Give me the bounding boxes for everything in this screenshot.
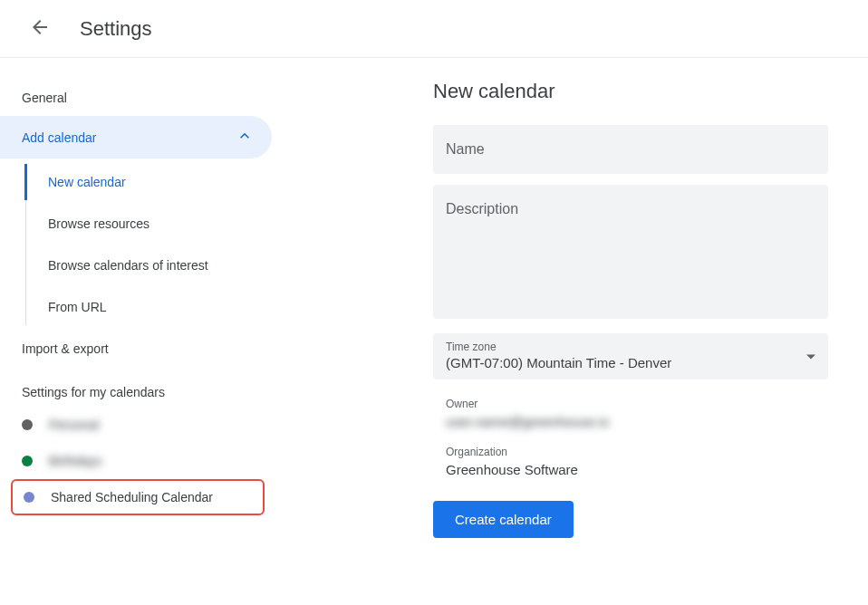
add-calendar-subitems: New calendar Browse resources Browse cal…: [25, 164, 272, 325]
timezone-value: (GMT-07:00) Mountain Time - Denver: [446, 355, 815, 370]
container: General Add calendar New calendar Browse…: [0, 58, 868, 560]
arrow-left-icon: [29, 16, 51, 42]
calendar-name: Birthdays: [49, 454, 101, 468]
page-title: New calendar: [433, 80, 828, 103]
organization-label: Organization: [433, 446, 828, 458]
chevron-up-icon: [236, 127, 254, 148]
settings-for-calendars-header: Settings for my calendars: [0, 367, 272, 407]
calendar-dot-icon: [24, 492, 34, 503]
calendar-item-shared-scheduling[interactable]: Shared Scheduling Calendar: [11, 479, 265, 515]
header: Settings: [0, 0, 868, 58]
calendar-name-input[interactable]: [433, 125, 828, 174]
organization-value: Greenhouse Software: [433, 462, 828, 477]
timezone-label: Time zone: [446, 341, 815, 353]
header-title: Settings: [80, 17, 152, 41]
calendar-item-1[interactable]: Personal: [0, 407, 272, 443]
sidebar-item-import-export[interactable]: Import & export: [0, 331, 272, 367]
sub-item-browse-calendars-interest[interactable]: Browse calendars of interest: [26, 247, 272, 283]
calendar-description-input[interactable]: [433, 185, 828, 319]
sidebar: General Add calendar New calendar Browse…: [0, 58, 272, 560]
sub-item-new-calendar[interactable]: New calendar: [24, 164, 272, 200]
dropdown-arrow-icon: [806, 349, 815, 365]
owner-value: user.name@greenhouse.io: [433, 414, 828, 429]
calendar-dot-icon: [22, 456, 33, 466]
calendar-name: Shared Scheduling Calendar: [51, 490, 213, 504]
calendar-dot-icon: [22, 419, 33, 430]
create-calendar-button[interactable]: Create calendar: [433, 501, 574, 538]
sidebar-item-general[interactable]: General: [0, 80, 272, 116]
timezone-select[interactable]: Time zone (GMT-07:00) Mountain Time - De…: [433, 333, 828, 379]
main-content: New calendar Time zone (GMT-07:00) Mount…: [426, 58, 843, 560]
calendar-name: Personal: [49, 418, 99, 432]
sidebar-item-add-calendar[interactable]: Add calendar: [0, 116, 272, 158]
sub-item-browse-resources[interactable]: Browse resources: [26, 206, 272, 242]
owner-label: Owner: [433, 398, 828, 410]
calendar-item-2[interactable]: Birthdays: [0, 443, 272, 479]
back-button[interactable]: [22, 11, 58, 47]
add-calendar-label: Add calendar: [22, 130, 97, 145]
sub-item-from-url[interactable]: From URL: [26, 289, 272, 325]
